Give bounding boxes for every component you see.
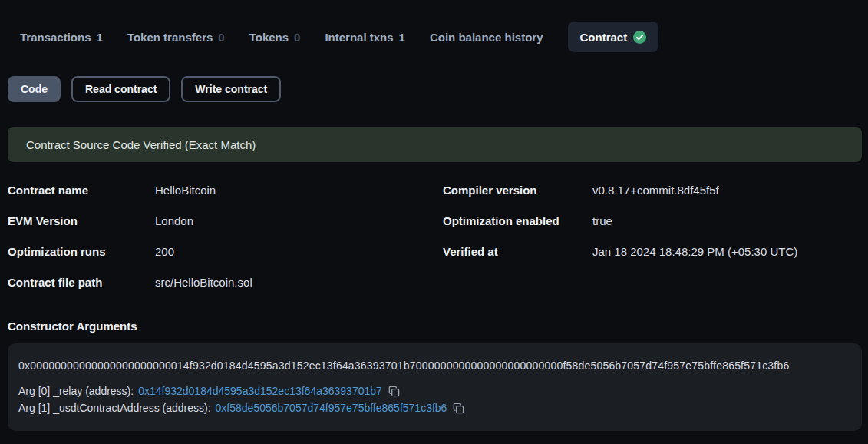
detail-label: Verified at	[443, 244, 592, 260]
detail-row-contract-file-path: Contract file path src/HelloBitcoin.sol	[8, 275, 443, 290]
detail-row-evm-version: EVM Version London	[8, 214, 443, 229]
decoded-args: Arg [0] _relay (address): 0x14f932d0184d…	[18, 383, 851, 416]
detail-label: EVM Version	[8, 214, 155, 229]
copy-icon[interactable]	[453, 403, 464, 414]
tab-count: 1	[399, 31, 405, 44]
tab-label: Coin balance history	[430, 31, 543, 44]
details-left-column: Contract name HelloBitcoin EVM Version L…	[8, 183, 443, 306]
detail-label: Optimization enabled	[443, 214, 592, 229]
detail-value: true	[592, 214, 612, 229]
arg-row-0: Arg [0] _relay (address): 0x14f932d0184d…	[18, 383, 851, 399]
constructor-arguments-heading: Constructor Arguments	[8, 319, 868, 334]
tab-count: 0	[294, 31, 300, 44]
tab-label: Contract	[580, 31, 628, 44]
verified-banner: Contract Source Code Verified (Exact Mat…	[8, 127, 862, 162]
arg-row-1: Arg [1] _usdtContractAddress (address): …	[18, 399, 851, 416]
contract-subtabs: Code Read contract Write contract	[8, 76, 868, 102]
tab-coin-balance-history[interactable]: Coin balance history	[430, 31, 543, 44]
detail-row-verified-at: Verified at Jan 18 2024 18:48:29 PM (+05…	[443, 244, 797, 260]
verified-check-icon	[633, 31, 646, 44]
read-contract-button[interactable]: Read contract	[71, 76, 170, 102]
tab-internal-txns[interactable]: Internal txns 1	[325, 31, 405, 44]
detail-value: London	[155, 214, 193, 229]
detail-label: Contract file path	[8, 275, 155, 290]
tab-count: 1	[97, 31, 103, 44]
tab-transactions[interactable]: Transactions 1	[20, 31, 103, 44]
tab-contract[interactable]: Contract	[568, 22, 659, 52]
arg1-address-link[interactable]: 0xf58de5056b7057d74f957e75bffe865f571c3f…	[216, 399, 447, 416]
tab-tokens[interactable]: Tokens 0	[249, 31, 301, 44]
tab-label: Transactions	[20, 31, 91, 44]
detail-value: v0.8.17+commit.8df45f5f	[592, 183, 719, 198]
detail-row-compiler-version: Compiler version v0.8.17+commit.8df45f5f	[443, 183, 797, 198]
arg-label: Arg [1] _usdtContractAddress (address):	[18, 399, 211, 416]
detail-value: Jan 18 2024 18:48:29 PM (+05:30 UTC)	[592, 244, 797, 260]
tab-bar: Transactions 1 Token transfers 0 Tokens …	[20, 22, 868, 52]
detail-label: Contract name	[8, 183, 155, 198]
tab-label: Tokens	[249, 31, 289, 44]
details-right-column: Compiler version v0.8.17+commit.8df45f5f…	[443, 183, 797, 306]
detail-value: HelloBitcoin	[155, 183, 216, 198]
contract-details: Contract name HelloBitcoin EVM Version L…	[8, 183, 868, 306]
copy-icon[interactable]	[388, 386, 400, 397]
detail-value: src/HelloBitcoin.sol	[155, 275, 252, 290]
detail-row-optimization-runs: Optimization runs 200	[8, 244, 443, 260]
arg-label: Arg [0] _relay (address):	[18, 383, 134, 399]
arg0-address-link[interactable]: 0x14f932d0184d4595a3d152ec13f64a36393701…	[138, 383, 382, 399]
tab-count: 0	[218, 31, 224, 44]
code-button[interactable]: Code	[8, 76, 61, 102]
tab-label: Token transfers	[127, 31, 213, 44]
tab-label: Internal txns	[325, 31, 393, 44]
constructor-args-box: 0x00000000000000000000000014f932d0184d45…	[8, 343, 862, 431]
verified-banner-text: Contract Source Code Verified (Exact Mat…	[26, 138, 256, 151]
detail-row-contract-name: Contract name HelloBitcoin	[8, 183, 443, 198]
detail-label: Optimization runs	[8, 244, 155, 260]
write-contract-button[interactable]: Write contract	[181, 76, 281, 102]
detail-row-optimization-enabled: Optimization enabled true	[443, 214, 797, 229]
tab-token-transfers[interactable]: Token transfers 0	[127, 31, 225, 44]
detail-value: 200	[155, 244, 174, 260]
detail-label: Compiler version	[443, 183, 592, 198]
raw-constructor-hex: 0x00000000000000000000000014f932d0184d45…	[18, 358, 851, 373]
